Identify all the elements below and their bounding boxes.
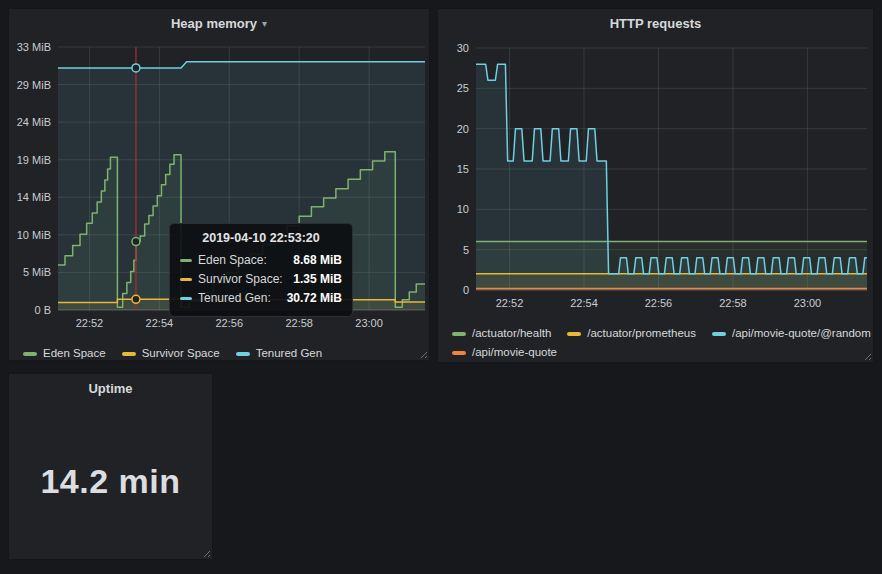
legend-label: /api/movie-quote/@random xyxy=(732,324,871,343)
tooltip-series-label: Tenured Gen: xyxy=(198,289,281,308)
uptime-value: 14.2 min xyxy=(40,462,180,501)
panel-title[interactable]: Heap memory xyxy=(171,16,257,31)
legend-label: /actuator/health xyxy=(472,324,551,343)
svg-text:14 MiB: 14 MiB xyxy=(17,191,51,203)
svg-text:5: 5 xyxy=(463,244,469,256)
legend-swatch xyxy=(567,332,581,336)
tooltip-series-label: Eden Space: xyxy=(198,251,287,270)
panel-title[interactable]: HTTP requests xyxy=(610,16,702,31)
tooltip-row: Tenured Gen: 30.72 MiB xyxy=(180,289,342,308)
legend-item-survivor-space[interactable]: Survivor Space xyxy=(122,344,220,363)
svg-text:0: 0 xyxy=(463,284,469,296)
tooltip-series-value: 8.68 MiB xyxy=(293,251,342,270)
legend-item-eden-space[interactable]: Eden Space xyxy=(23,344,106,363)
svg-text:10: 10 xyxy=(457,203,469,215)
tooltip-swatch xyxy=(180,259,192,262)
svg-text:22:58: 22:58 xyxy=(719,297,747,309)
legend-swatch xyxy=(452,351,466,355)
uptime-panel-header[interactable]: Uptime xyxy=(9,374,212,402)
svg-text:24 MiB: 24 MiB xyxy=(17,116,51,128)
http-legend: /actuator/health /actuator/prometheus /a… xyxy=(438,324,873,362)
heap-panel-header[interactable]: Heap memory ▾ xyxy=(9,9,429,37)
chart-tooltip: 2019-04-10 22:53:20 Eden Space: 8.68 MiB… xyxy=(169,223,353,317)
uptime-panel: Uptime 14.2 min xyxy=(8,373,213,560)
tooltip-row: Eden Space: 8.68 MiB xyxy=(180,251,342,270)
svg-text:5 MiB: 5 MiB xyxy=(23,266,51,278)
svg-text:22:52: 22:52 xyxy=(76,317,104,329)
tooltip-timestamp: 2019-04-10 22:53:20 xyxy=(180,231,342,245)
svg-text:23:00: 23:00 xyxy=(794,297,822,309)
uptime-body: 14.2 min xyxy=(9,402,212,561)
svg-text:22:56: 22:56 xyxy=(216,317,244,329)
legend-label: Survivor Space xyxy=(142,344,220,363)
heap-legend: Eden Space Survivor Space Tenured Gen xyxy=(9,344,429,363)
legend-item-movie-quote-random[interactable]: /api/movie-quote/@random xyxy=(712,324,871,343)
svg-text:22:52: 22:52 xyxy=(496,297,524,309)
svg-text:29 MiB: 29 MiB xyxy=(17,79,51,91)
svg-text:22:54: 22:54 xyxy=(146,317,174,329)
svg-text:19 MiB: 19 MiB xyxy=(17,154,51,166)
legend-item-actuator-health[interactable]: /actuator/health xyxy=(452,324,551,343)
tooltip-row: Survivor Space: 1.35 MiB xyxy=(180,270,342,289)
heap-memory-panel: Heap memory ▾ 0 B5 MiB10 MiB14 MiB19 MiB… xyxy=(8,8,430,361)
svg-text:15: 15 xyxy=(457,163,469,175)
svg-text:30: 30 xyxy=(457,42,469,54)
svg-text:23:00: 23:00 xyxy=(355,317,383,329)
legend-swatch xyxy=(23,352,37,356)
http-requests-panel: HTTP requests 05101520253022:5222:5422:5… xyxy=(437,8,874,363)
legend-item-actuator-prometheus[interactable]: /actuator/prometheus xyxy=(567,324,696,343)
legend-swatch xyxy=(122,352,136,356)
tooltip-swatch xyxy=(180,297,192,300)
legend-item-movie-quote[interactable]: /api/movie-quote xyxy=(452,343,557,362)
svg-text:10 MiB: 10 MiB xyxy=(17,229,51,241)
tooltip-series-label: Survivor Space: xyxy=(198,270,287,289)
svg-text:25: 25 xyxy=(457,82,469,94)
legend-item-tenured-gen[interactable]: Tenured Gen xyxy=(236,344,323,363)
legend-label: /api/movie-quote xyxy=(472,343,557,362)
svg-text:22:54: 22:54 xyxy=(570,297,598,309)
http-requests-chart[interactable]: 05101520253022:5222:5422:5622:5823:00 xyxy=(438,37,875,317)
svg-text:20: 20 xyxy=(457,123,469,135)
svg-text:0 B: 0 B xyxy=(34,304,51,316)
tooltip-series-value: 1.35 MiB xyxy=(293,270,342,289)
panel-title[interactable]: Uptime xyxy=(88,381,132,396)
tooltip-swatch xyxy=(180,278,192,281)
legend-label: /actuator/prometheus xyxy=(587,324,696,343)
legend-swatch xyxy=(452,332,466,336)
legend-swatch xyxy=(236,352,250,356)
legend-label: Tenured Gen xyxy=(256,344,323,363)
svg-text:22:58: 22:58 xyxy=(285,317,313,329)
http-panel-header[interactable]: HTTP requests xyxy=(438,9,873,37)
legend-swatch xyxy=(712,332,726,336)
legend-label: Eden Space xyxy=(43,344,106,363)
chevron-down-icon: ▾ xyxy=(262,19,267,29)
tooltip-series-value: 30.72 MiB xyxy=(287,289,342,308)
svg-text:33 MiB: 33 MiB xyxy=(17,41,51,53)
svg-text:22:56: 22:56 xyxy=(645,297,673,309)
